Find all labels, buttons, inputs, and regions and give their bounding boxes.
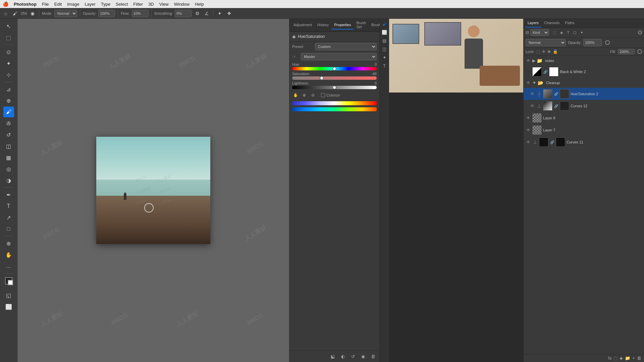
settings-icon[interactable]: ⚙ [194,10,201,17]
layer-options-icon[interactable]: ◫ [381,45,388,53]
eyedrop-sub-icon[interactable]: ⊖ [310,92,316,99]
layer-row-curves11[interactable]: 👁 🔗 Curves 11 [524,136,644,148]
tab-brush-set[interactable]: Brush Set [354,19,369,32]
menu-type[interactable]: Type [101,2,110,7]
menu-3d[interactable]: 3D [148,2,154,7]
lasso-tool[interactable]: ⊙ [3,47,14,57]
lock-position-btn[interactable]: ✛ [542,49,545,54]
text-icon[interactable]: T [382,62,387,70]
hand-adjust-icon[interactable]: ✋ [292,92,299,99]
lock-all-btn[interactable]: 🔒 [553,49,558,54]
filter-toggle[interactable] [638,31,642,35]
magic-wand-tool[interactable]: ✦ [3,58,14,69]
eyedropper-tool[interactable]: ⊿ [3,84,14,95]
screen-mode-tool[interactable]: ⬜ [3,301,14,312]
curves-btn[interactable]: ◈ [620,356,623,361]
lightness-slider[interactable] [292,86,377,89]
type-tool[interactable]: T [3,201,14,212]
mode-select[interactable]: Normal Multiply Screen [54,10,77,17]
pixel-filter-btn[interactable]: ⬚ [552,29,558,36]
fx-btn[interactable]: fx [608,356,611,361]
lock-pixels-btn[interactable]: ⬚ [536,49,540,54]
extra-icon[interactable]: ❖ [225,10,233,17]
tab-paths[interactable]: Paths [562,19,577,27]
gradient-options-icon[interactable]: ▤ [381,37,388,45]
smart-icon[interactable]: ✦ [381,54,388,61]
menu-filter[interactable]: Filter [133,2,143,7]
blur-tool[interactable]: ◎ [3,164,14,174]
gradient-tool[interactable]: ▦ [3,152,14,163]
fill-toggle[interactable] [637,49,642,54]
vis-layer7[interactable]: 👁 [526,128,531,132]
type-filter-btn[interactable]: T [565,29,571,36]
brush-preset-icon[interactable]: ◉ [29,10,36,17]
eraser-tool[interactable]: ◫ [3,141,14,152]
lock-artboards-btn[interactable]: ⊕ [547,49,551,54]
move-tool[interactable]: ↖ [3,21,14,32]
opacity-input[interactable]: 100% [98,10,115,17]
opacity-field[interactable]: 100% [583,39,602,46]
extra-tools[interactable]: … [3,261,14,272]
path-select-tool[interactable]: ↗ [3,212,14,223]
new-group-btn[interactable]: 📁 [625,356,630,361]
history-brush-tool[interactable]: ↺ [3,129,14,140]
toggle-btn[interactable]: ◉ [359,353,367,360]
shape-tool[interactable]: □ [3,224,14,234]
canvas-area[interactable]: RRCG 人人素材 RRCG 人人素材 人人素材 RRCG 人人素材 RRCG … [17,19,289,362]
layer-row-cleanup[interactable]: 👁 ▼ 📂 Cleanup [524,78,644,88]
clone-tool[interactable]: ✇ [3,118,14,129]
view-prev-btn[interactable]: ◐ [339,353,346,360]
colorize-checkbox[interactable] [321,93,325,97]
brush-tool-icon[interactable]: 🖌 [11,10,19,17]
sat-thumb[interactable] [320,76,324,80]
fill-input[interactable]: 100% [618,49,635,54]
hue-slider[interactable] [292,67,377,70]
vis-hs2[interactable]: 👁 [530,92,535,96]
flow-input[interactable]: 10% [132,10,149,17]
tab-layers[interactable]: Layers [525,19,541,27]
preset-select[interactable]: Custom Default [315,43,377,50]
menu-view[interactable]: View [159,2,169,7]
menu-edit[interactable]: Edit [54,2,62,7]
menu-layer[interactable]: Layer [85,2,96,7]
opacity-toggle[interactable] [605,40,610,45]
menu-select[interactable]: Select [116,2,128,7]
layer-row-layer7[interactable]: 👁 Layer 7 [524,124,644,136]
brush-tool[interactable]: 🖌 [3,107,14,117]
new-layer-btn[interactable]: + [632,356,635,361]
vis-cleanup[interactable]: 👁 [526,80,531,85]
vis-bw2[interactable]: 👁 [526,69,531,74]
kind-select[interactable]: Kind Name Effect [530,29,549,36]
channel-select[interactable]: Master Reds Greens Blues [301,53,377,60]
apple-menu[interactable]: 🍎 [3,1,8,7]
spot-heal-tool[interactable]: ⊕ [3,95,14,106]
canvas-image[interactable]: RRCG人人素材 人人素材RRCG RRCG人人素材 [96,137,210,244]
dodge-tool[interactable]: ◑ [3,175,14,186]
layer-row-layer8[interactable]: 👁 Layer 8 [524,112,644,124]
home-icon[interactable]: ⌂ [2,10,9,17]
vis-notes[interactable]: 👁 [526,58,531,63]
delete-layer-btn[interactable]: 🗑 [637,356,641,361]
layer-row-bw2[interactable]: 👁 🔗 Black & White 2 [524,66,644,78]
quick-mask-tool[interactable]: ◱ [3,290,14,301]
shape-filter-btn[interactable]: ⬡ [572,29,578,36]
hand-tool[interactable]: ✋ [3,249,14,260]
vis-layer8[interactable]: 👁 [526,116,531,120]
pen-tool[interactable]: ✒ [3,189,14,200]
saturation-slider[interactable] [292,76,377,80]
selection-tool[interactable]: ⬚ [3,32,14,43]
add-mask-btn[interactable]: ⬚ [613,356,618,361]
light-thumb[interactable] [332,85,336,89]
tab-channels[interactable]: Channels [541,19,562,27]
layer-row-hs2[interactable]: 👁 🔗 Hue/Saturation 2 [524,88,644,100]
tab-adjustment[interactable]: Adjustment [291,21,315,29]
reset-btn[interactable]: ↺ [349,353,357,360]
airbrush-icon[interactable]: ✦ [216,10,223,17]
smart-filter-btn[interactable]: ✦ [579,29,585,36]
crop-tool[interactable]: ⊹ [3,69,14,80]
smoothing-input[interactable]: 0% [175,10,192,17]
blend-mode-select[interactable]: Normal Multiply Screen Overlay [526,39,566,46]
brush-options-icon[interactable]: 🖌 [381,20,388,28]
menu-help[interactable]: Help [195,2,204,7]
zoom-tool[interactable]: ⊕ [3,238,14,249]
